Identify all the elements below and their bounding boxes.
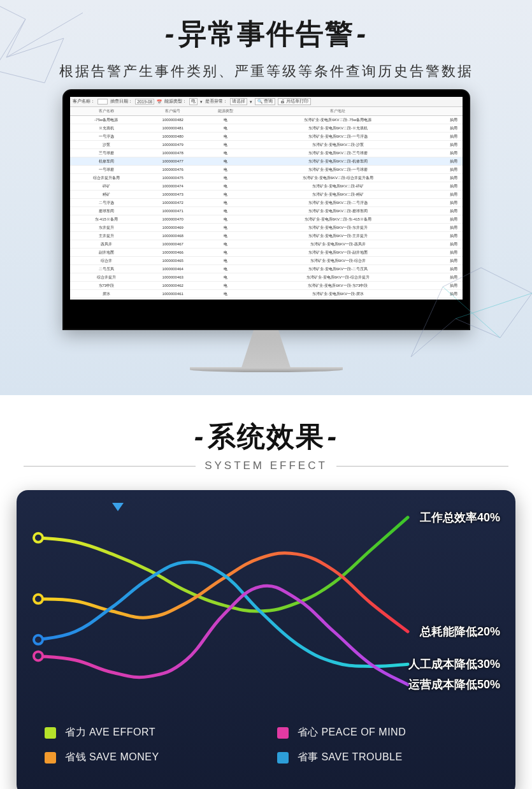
table-row[interactable]: 副井地面1000000466电东湾矿业-变电所6KV一段-副井地面抽用 [70,249,463,257]
table-row[interactable]: -75w备用电源1000000482电东湾矿业-变电所6KV二段-.75w备用电… [70,116,463,124]
label-energy: 能源类型： [164,99,187,105]
legend-item: 省心 PEACE OF MIND [277,726,510,739]
legend-item: 省事 SAVE TROUBLE [277,751,510,764]
legend-label: 省事 SAVE TROUBLE [298,751,403,764]
table-row[interactable]: 主井提升1000000468电东湾矿业-变电所6KV一段-主井提升抽用 [70,232,463,240]
label-date: 抽查日期： [110,99,133,105]
table-row[interactable]: 综合井提升备用1000000475电东湾矿业-变电所6KV二段-综合井提升备用抽… [70,174,463,182]
alarm-section: -异常事件告警- 根据告警产生事件类别、严重等级等条件查询历史告警数据 客户名称… [0,0,532,395]
legend-label: 省心 PEACE OF MIND [298,726,406,739]
label-anomaly: 是否异常： [205,99,227,105]
column-header[interactable]: 能源类型 [203,107,248,116]
column-header[interactable] [428,107,463,116]
table-row[interactable]: 东73中段1000000462电东湾矿业-变电所6KV一段-东73中段抽用 [70,282,463,290]
legend-swatch [277,727,289,739]
table-row[interactable]: 二号浮选1000000472电东湾矿业-变电所6KV二段-二号浮选抽用 [70,199,463,207]
legend-label: 省钱 SAVE MONEY [65,751,159,764]
series-end-label: 人工成本降低30% [408,656,500,672]
date-input[interactable]: 2019-08 [135,99,154,105]
legend-item: 省力 AVE EFFORT [45,726,277,739]
chart-legend: 省力 AVE EFFORT省心 PEACE OF MIND省钱 SAVE MON… [32,726,509,764]
series-start-marker [34,533,43,542]
series-start-marker [34,635,43,644]
legend-swatch [45,727,56,739]
column-header[interactable]: 客户名称 [70,107,143,116]
energy-select[interactable]: 电 [189,98,198,105]
table-row[interactable]: 综合井1000000465电东湾矿业-变电所6KV一段-综合井抽用 [70,257,463,265]
chart-series-line [38,586,408,684]
table-row[interactable]: 碎矿1000000474电东湾矿业-变电所6KV二段-碎矿抽用 [70,182,463,191]
table-row[interactable]: ※充填机1000000481电东湾矿业-变电所6KV二段-※充填机抽用 [70,124,463,133]
table-row[interactable]: 东-415※备用1000000470电东湾矿业-变电所6KV二段-东-415※备… [70,215,463,224]
print-button[interactable]: 🖨 月结单打印 [278,98,311,105]
table-row[interactable]: 一号球磨1000000476电东湾矿业-变电所6KV二段-一号球磨抽用 [70,166,463,174]
table-row[interactable]: 一号浮选1000000480电东湾矿业-变电所6KV二段-一号浮选抽用 [70,133,463,141]
system-effect-section: -系统效果- SYSTEM EFFECT 工作总效率40%总耗能降低20%人工成… [0,395,532,789]
table-row[interactable]: 机修车间1000000477电东湾矿业-变电所6KV二段-机修车间抽用 [70,157,463,166]
data-table: 客户名称客户编号能源类型客户地址 -75w备用电源1000000482电东湾矿业… [70,107,463,298]
table-row[interactable]: 综合井提升1000000463电东湾矿业-变电所6KV一段-综合井提升抽用 [70,273,463,282]
chart-series-line [38,518,408,611]
table-row[interactable]: 三号球磨1000000478电东湾矿业-变电所6KV二段-三号球磨抽用 [70,149,463,157]
table-row[interactable]: 磨球车间1000000471电东湾矿业-变电所6KV二段-磨球车间抽用 [70,207,463,215]
decorative-mesh-left [0,0,102,96]
query-button[interactable]: 🔍 查询 [255,98,275,105]
legend-label: 省力 AVE EFFORT [65,726,155,739]
table-row[interactable]: 摆水1000000461电东湾矿业-变电所6KV一段-摆水抽用 [70,290,463,298]
system-effect-chart: 工作总效率40%总耗能降低20%人工成本降低30%运营成本降低50% 省力 AV… [17,490,515,789]
table-row[interactable]: 精矿1000000473电东湾矿业-变电所6KV二段-精矿抽用 [70,191,463,199]
label-customer: 客户名称： [73,99,95,105]
table-row[interactable]: 二号压风1000000464电东湾矿业-变电所6KV一段-二号压风抽用 [70,265,463,273]
series-start-marker [34,595,43,604]
series-start-marker [34,651,43,660]
legend-swatch [45,752,56,764]
series-end-label: 总耗能降低20% [420,624,500,639]
series-end-label: 运营成本降低50% [408,677,500,692]
section2-title: -系统效果- [0,418,532,456]
column-header[interactable]: 客户地址 [248,107,427,116]
section2-subtitle-en: SYSTEM EFFECT [205,460,327,472]
legend-item: 省钱 SAVE MONEY [45,751,277,764]
table-row[interactable]: 东井提升1000000469电东湾矿业-变电所6KV一段-东井提升抽用 [70,224,463,232]
filter-toolbar: 客户名称： 抽查日期：2019-08 📅 能源类型：电▾ 是否异常：请选择▾ 🔍… [70,97,463,107]
table-row[interactable]: 西风井1000000467电东湾矿业-变电所6KV一段-西风井抽用 [70,240,463,249]
column-header[interactable]: 客户编号 [143,107,203,116]
legend-swatch [277,752,289,764]
decorative-mesh-right [405,242,532,370]
series-end-label: 工作总效率40% [420,510,500,525]
anomaly-select[interactable]: 请选择 [230,98,247,105]
app-screenshot: 客户名称： 抽查日期：2019-08 📅 能源类型：电▾ 是否异常：请选择▾ 🔍… [70,97,463,300]
customer-input[interactable] [97,99,108,105]
table-row[interactable]: 沙泵1000000479电东湾矿业-变电所6KV二段-沙泵抽用 [70,141,463,149]
divider-left [24,466,196,467]
divider-right [336,466,508,467]
